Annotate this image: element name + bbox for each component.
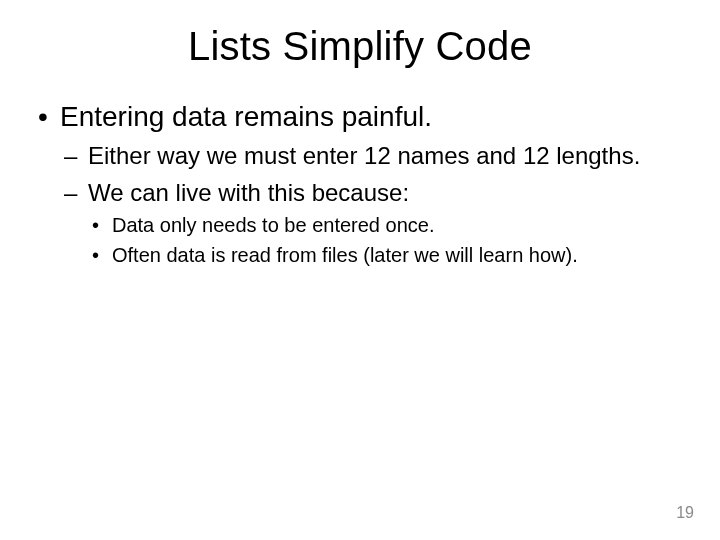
list-item: We can live with this because: Data only… <box>60 177 688 268</box>
list-item-text: Data only needs to be entered once. <box>112 214 434 236</box>
list-item: Entering data remains painful. Either wa… <box>32 99 688 268</box>
list-item-text: Entering data remains painful. <box>60 101 432 132</box>
slide: Lists Simplify Code Entering data remain… <box>0 0 720 540</box>
list-item-text: Either way we must enter 12 names and 12… <box>88 142 640 169</box>
page-number: 19 <box>676 504 694 522</box>
list-item: Either way we must enter 12 names and 12… <box>60 140 688 171</box>
bullet-list-lvl3: Data only needs to be entered once. Ofte… <box>88 212 688 268</box>
list-item-text: Often data is read from files (later we … <box>112 244 578 266</box>
bullet-list-lvl2: Either way we must enter 12 names and 12… <box>60 140 688 268</box>
list-item-text: We can live with this because: <box>88 179 409 206</box>
bullet-list-lvl1: Entering data remains painful. Either wa… <box>32 99 688 268</box>
list-item: Often data is read from files (later we … <box>88 242 688 268</box>
list-item: Data only needs to be entered once. <box>88 212 688 238</box>
slide-title: Lists Simplify Code <box>32 24 688 69</box>
